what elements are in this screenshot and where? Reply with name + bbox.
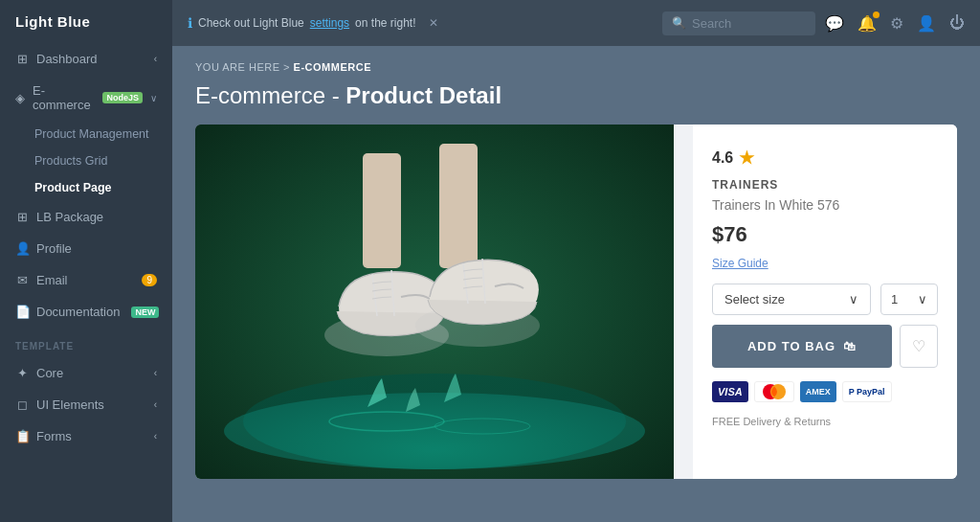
user-profile-icon[interactable]: 👤 [917, 14, 936, 33]
main-content: ℹ Check out Light Blue settings on the r… [172, 0, 980, 522]
product-rating: 4.6 ★ [712, 148, 938, 169]
sidebar-item-profile[interactable]: 👤 Profile [0, 233, 172, 264]
payment-methods: VISA AMEX P PayPal [712, 381, 938, 402]
sidebar-item-email[interactable]: ✉ Email 9 [0, 264, 172, 296]
logo-bold: Blue [57, 13, 91, 30]
size-chevron-icon: ∨ [849, 292, 858, 306]
quantity-value: 1 [891, 292, 898, 306]
close-notification-button[interactable]: ✕ [429, 16, 438, 30]
sidebar: Light Blue ⊞ Dashboard ‹ ◈ E-commerce No… [0, 0, 172, 522]
size-selector[interactable]: Select size ∨ [712, 284, 871, 315]
topbar-notification: ℹ Check out Light Blue settings on the r… [188, 15, 653, 31]
dashboard-icon: ⊞ [15, 52, 29, 66]
bag-icon: 🛍 [843, 339, 857, 353]
size-guide-link[interactable]: Size Guide [712, 257, 938, 270]
chat-icon[interactable]: 💬 [825, 14, 844, 33]
rating-value: 4.6 [712, 149, 733, 167]
product-selectors: Select size ∨ 1 ∨ [712, 284, 938, 315]
sidebar-item-label: Forms [36, 429, 72, 443]
user-icon: 👤 [15, 241, 29, 256]
notification-suffix: on the right! [355, 16, 415, 30]
page-title-bold: Product Detail [345, 82, 501, 108]
sidebar-item-ui-elements[interactable]: ◻ UI Elements ‹ [0, 389, 172, 420]
ui-icon: ◻ [15, 397, 29, 412]
quantity-selector[interactable]: 1 ∨ [880, 284, 938, 315]
nodejs-badge: NodeJS [102, 92, 143, 103]
new-badge: new [131, 306, 159, 318]
notification-dot [873, 11, 880, 18]
breadcrumb-prefix: YOU ARE HERE > [195, 61, 290, 73]
sidebar-item-label: Email [36, 273, 68, 287]
sidebar-item-lb-package[interactable]: ⊞ LB Package [0, 201, 172, 233]
power-icon[interactable]: ⏻ [949, 14, 965, 32]
doc-icon: 📄 [15, 305, 29, 319]
search-box: 🔍 [662, 11, 815, 35]
sidebar-item-label: Products Grid [34, 154, 107, 168]
paypal-icon: P PayPal [842, 381, 892, 402]
chevron-icon: ‹ [154, 368, 157, 378]
core-icon: ✦ [15, 366, 29, 380]
sidebar-item-product-page[interactable]: Product Page [0, 174, 172, 201]
add-to-bag-row: ADD TO BAG 🛍 ♡ [712, 325, 938, 368]
sidebar-item-label: Profile [36, 241, 72, 256]
product-category: TRAINERS [712, 178, 938, 192]
amex-icon: AMEX [800, 381, 836, 402]
notification-link[interactable]: settings [310, 16, 349, 30]
sidebar-item-products-grid[interactable]: Products Grid [0, 148, 172, 174]
package-icon: ⊞ [15, 210, 29, 224]
size-selector-label: Select size [724, 292, 785, 306]
sidebar-item-documentation[interactable]: 📄 Documentation new [0, 296, 172, 328]
forms-icon: 📋 [15, 429, 29, 443]
svg-rect-6 [439, 144, 478, 268]
add-to-bag-label: ADD TO BAG [747, 339, 835, 353]
product-price: $76 [712, 222, 938, 247]
product-info-panel: 4.6 ★ TRAINERS Trainers In White 576 $76… [693, 125, 957, 479]
product-image [195, 125, 674, 479]
sidebar-item-label: Dashboard [36, 52, 98, 66]
notification-text: Check out Light Blue [198, 16, 304, 30]
sidebar-item-product-management[interactable]: Product Management [0, 121, 172, 148]
chevron-icon: ∨ [150, 93, 157, 103]
info-icon: ℹ [188, 15, 192, 31]
page-title: E-commerce - Product Detail [195, 82, 957, 109]
free-delivery-text: FREE Delivery & Returns [712, 416, 938, 427]
product-name: Trainers In White 576 [712, 197, 938, 213]
sidebar-item-forms[interactable]: 📋 Forms ‹ [0, 420, 172, 452]
search-input[interactable] [692, 16, 797, 31]
logo-light: Light [15, 13, 53, 30]
heart-icon: ♡ [912, 337, 925, 355]
sidebar-item-ecommerce[interactable]: ◈ E-commerce NodeJS ∨ [0, 75, 172, 121]
breadcrumb-current: E-commerce [294, 61, 371, 73]
sidebar-navigation: ⊞ Dashboard ‹ ◈ E-commerce NodeJS ∨ Prod… [0, 43, 172, 522]
chevron-icon: ‹ [154, 399, 157, 410]
mastercard-icon [754, 381, 794, 402]
template-section-label: TEMPLATE [0, 328, 172, 357]
wishlist-button[interactable]: ♡ [900, 325, 938, 368]
add-to-bag-button[interactable]: ADD TO BAG 🛍 [712, 325, 892, 368]
svg-point-2 [224, 393, 645, 469]
sidebar-item-label: LB Package [36, 210, 103, 224]
chevron-icon: ‹ [154, 431, 157, 442]
sidebar-item-label: Product Management [34, 127, 149, 141]
star-icon: ★ [739, 148, 754, 169]
sidebar-logo: Light Blue [0, 0, 172, 43]
sidebar-item-core[interactable]: ✦ Core ‹ [0, 357, 172, 389]
svg-rect-5 [363, 153, 401, 268]
email-badge: 9 [142, 274, 157, 286]
page-title-prefix: E-commerce - [195, 82, 345, 108]
product-detail-card: 4.6 ★ TRAINERS Trainers In White 576 $76… [195, 125, 957, 479]
settings-icon[interactable]: ⚙ [890, 14, 903, 33]
chevron-icon: ‹ [154, 54, 157, 64]
notifications-button[interactable]: 🔔 [858, 14, 877, 33]
sidebar-item-label: Documentation [36, 305, 120, 319]
topbar-icons: 💬 🔔 ⚙ 👤 ⏻ [825, 14, 965, 33]
visa-icon: VISA [712, 381, 748, 402]
breadcrumb: YOU ARE HERE > E-commerce [195, 61, 957, 73]
topbar: ℹ Check out Light Blue settings on the r… [172, 0, 980, 46]
sidebar-item-dashboard[interactable]: ⊞ Dashboard ‹ [0, 43, 172, 75]
quantity-chevron-icon: ∨ [918, 292, 927, 306]
sidebar-item-label: Product Page [34, 181, 112, 194]
ecommerce-icon: ◈ [15, 91, 25, 105]
email-icon: ✉ [15, 273, 29, 287]
page-content: YOU ARE HERE > E-commerce E-commerce - P… [172, 46, 980, 522]
